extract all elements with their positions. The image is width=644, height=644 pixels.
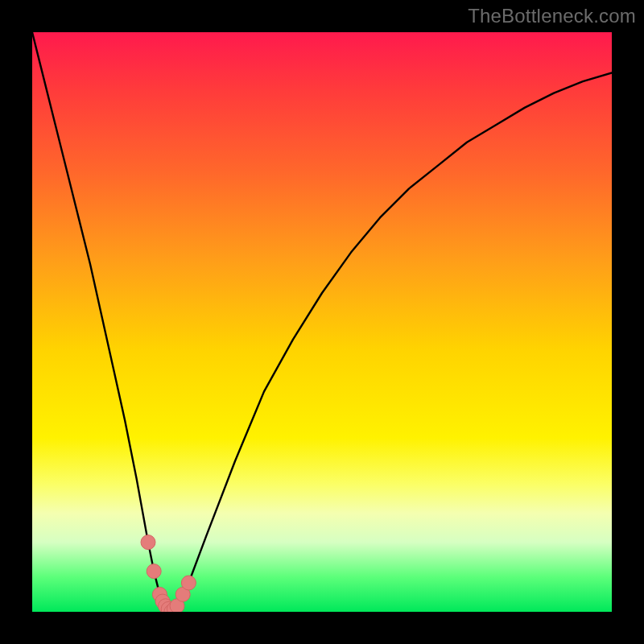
chart-frame: TheBottleneck.com bbox=[0, 0, 644, 644]
plot-area bbox=[32, 32, 612, 612]
curve-svg bbox=[32, 32, 612, 612]
marker-point bbox=[141, 535, 155, 550]
watermark-text: TheBottleneck.com bbox=[468, 5, 636, 27]
marker-point bbox=[181, 576, 196, 590]
bottleneck-curve bbox=[32, 32, 612, 612]
marker-point bbox=[147, 564, 161, 579]
highlight-markers bbox=[141, 535, 196, 612]
